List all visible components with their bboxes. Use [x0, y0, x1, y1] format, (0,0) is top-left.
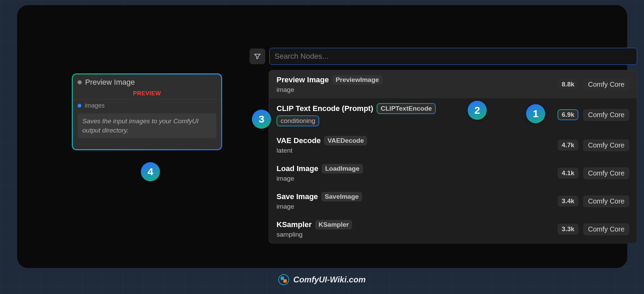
result-codename: CLIPTextEncode [377, 104, 435, 113]
node-preview-badge: PREVIEW [73, 89, 221, 99]
watermark: ComfyUI-Wiki.com [0, 274, 644, 285]
list-item[interactable]: VAE Decode VAEDecode latent 4.7k Comfy C… [269, 131, 637, 159]
list-item[interactable]: Preview Image PreviewImage image 8.8k Co… [269, 70, 637, 98]
filter-button[interactable] [250, 48, 265, 64]
result-title: Save Image [277, 192, 318, 201]
result-title: KSampler [277, 220, 312, 229]
node-input-label: images [85, 102, 105, 109]
result-title: Load Image [277, 164, 318, 173]
result-codename: LoadImage [322, 164, 363, 173]
result-category: image [277, 175, 363, 182]
result-count: 4.1k [558, 168, 578, 179]
result-count: 6.9k [558, 110, 578, 120]
result-source: Comfy Core [583, 139, 629, 151]
result-category: conditioning [277, 116, 319, 126]
result-codename: PreviewImage [332, 75, 383, 85]
callout-badge-3: 3 [252, 110, 271, 129]
watermark-text: ComfyUI-Wiki.com [293, 275, 366, 284]
node-input-port-icon[interactable] [78, 104, 81, 108]
search-input[interactable] [269, 48, 637, 65]
callout-badge-4: 4 [141, 162, 160, 181]
result-category: latent [277, 147, 367, 154]
result-count: 3.3k [558, 224, 578, 235]
highlight-category-outline: conditioning [277, 115, 319, 126]
result-count: 8.8k [558, 79, 578, 90]
result-category: sampling [277, 231, 352, 238]
result-count: 4.7k [558, 140, 578, 151]
highlight-count-outline: 6.9k [558, 109, 578, 120]
result-title: VAE Decode [277, 136, 321, 145]
list-item[interactable]: CLIP Text Encode (Prompt) CLIPTextEncode… [269, 98, 637, 131]
node-status-dot-icon [78, 80, 82, 84]
node-input-row[interactable]: images [73, 99, 221, 112]
callout-badge-2: 2 [468, 101, 487, 120]
result-source: Comfy Core [583, 109, 629, 121]
result-title: CLIP Text Encode (Prompt) [277, 104, 373, 113]
result-category: image [277, 86, 383, 94]
list-item[interactable]: Load Image LoadImage image 4.1k Comfy Co… [269, 159, 637, 187]
result-source: Comfy Core [583, 223, 629, 235]
result-source: Comfy Core [583, 79, 629, 90]
node-card-preview-image[interactable]: Preview Image PREVIEW images Saves the i… [72, 73, 222, 150]
search-row [250, 48, 637, 65]
funnel-icon [254, 53, 261, 60]
highlight-codename-outline: CLIPTextEncode [377, 103, 436, 114]
result-count: 3.4k [558, 196, 578, 207]
node-title: Preview Image [85, 78, 135, 87]
result-category: image [277, 203, 362, 210]
result-source: Comfy Core [583, 167, 629, 179]
list-item[interactable]: Save Image SaveImage image 3.4k Comfy Co… [269, 187, 637, 215]
node-card-inner: Preview Image PREVIEW images Saves the i… [73, 74, 221, 149]
node-search-results: Preview Image PreviewImage image 8.8k Co… [269, 70, 637, 243]
result-title: Preview Image [277, 75, 329, 84]
callout-badge-1: 1 [526, 104, 545, 123]
node-title-row: Preview Image [73, 74, 221, 89]
result-codename: KSampler [315, 220, 352, 229]
comfyui-logo-icon [278, 274, 289, 285]
result-source: Comfy Core [583, 195, 629, 207]
result-codename: VAEDecode [324, 136, 367, 145]
node-description: Saves the input images to your ComfyUI o… [78, 113, 216, 138]
result-codename: SaveImage [321, 192, 362, 201]
list-item[interactable]: KSampler KSampler sampling 3.3k Comfy Co… [269, 215, 637, 243]
main-panel: Preview Image PREVIEW images Saves the i… [17, 5, 627, 268]
